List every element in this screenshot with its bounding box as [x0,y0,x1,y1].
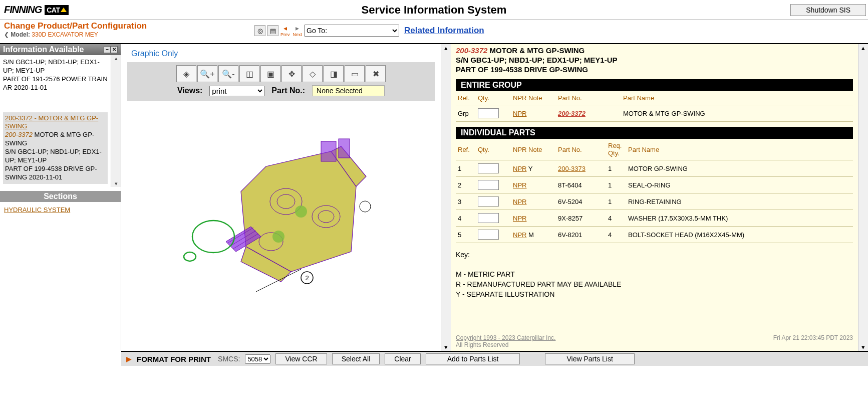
minimize-icon[interactable]: – [104,46,111,53]
svg-rect-8 [321,141,336,161]
npr-link[interactable]: NPR [513,215,526,222]
ref-cell: 3 [456,193,476,210]
change-config-link[interactable]: Change Product/Part Configuration [4,21,244,31]
grp-part-link[interactable]: 200-3372 [558,110,586,117]
entire-group-header: ENTIRE GROUP [456,79,853,91]
scroll-down-icon[interactable]: ▾ [115,180,118,187]
block2-sn: S/N GBC1-UP; NBD1-UP; EDX1-UP; MEY1-UP [5,148,106,165]
document-icon[interactable]: ▤ [267,25,278,36]
parts-pane: 200-3372 MOTOR & MTG GP-SWING S/N GBC1-U… [451,44,868,351]
table-row: 2 NPR 8T-6404 1 SEAL-O-RING [456,177,853,193]
prev-button[interactable]: ◂Prev [280,24,290,37]
mid-scrollbar[interactable]: ▴▾ [441,44,451,351]
add-to-parts-list-button[interactable]: Add to Parts List [426,353,520,364]
grp-npr-link[interactable]: NPR [513,110,526,117]
individual-parts-table: Ref. Qty. NPR Note Part No. Req. Qty. Pa… [456,139,853,243]
scroll-down-icon[interactable]: ▾ [861,343,865,351]
npr-link[interactable]: NPR [513,165,526,172]
related-information-link[interactable]: Related Information [404,26,484,36]
view-parts-list-button[interactable]: View Parts List [545,353,634,364]
globe-icon[interactable]: ◎ [254,25,265,36]
shutdown-button[interactable]: Shutdown SIS [790,4,866,16]
model-label: Model: [11,31,30,38]
block1-sn: S/N GBC1-UP; NBD1-UP; EDX1-UP; MEY1-UP [3,58,108,75]
copyright-link[interactable]: Copyright 1993 - 2023 Caterpillar Inc. [456,334,555,341]
scroll-up-icon[interactable]: ▴ [444,44,448,52]
rotate-icon[interactable]: ◇ [303,65,323,82]
block2-pnum: 200-3372 [5,131,33,138]
screen-icon[interactable]: ▭ [345,65,365,82]
col-npr: NPR Note [511,91,556,105]
smcs-label: SMCS: [218,355,240,363]
block1-partof: PART OF 191-2576 POWER TRAIN AR 2020-11-… [3,75,108,92]
qty-input[interactable] [478,213,499,223]
ref-cell: 4 [456,210,476,227]
col-partno: Part No. [556,139,606,160]
block2-link[interactable]: 200-3372 - MOTOR & MTG GP-SWING [5,114,98,130]
zoom-window-icon[interactable]: ◫ [239,65,259,82]
ref-cell: 2 [456,177,476,193]
qty-input[interactable] [478,180,499,190]
zoom-fit-icon[interactable]: ▣ [260,65,280,82]
scroll-down-icon[interactable]: ▾ [444,343,448,351]
part-number: 6V-8201 [558,231,582,239]
section-hydraulic-system[interactable]: HYDRAULIC SYSTEM [4,206,70,214]
graphic-only-link[interactable]: Graphic Only [121,44,441,62]
part-link[interactable]: 200-3373 [558,165,586,172]
right-scrollbar[interactable]: ▴▾ [858,44,868,351]
npr-link[interactable]: NPR [513,181,526,189]
views-label: Views: [177,86,202,95]
grp-part-name: MOTOR & MTG GP-SWING [621,105,853,122]
reqqty-cell: 4 [606,227,626,243]
svg-point-16 [295,206,307,218]
zoom-out-icon[interactable]: 🔍- [218,65,238,82]
reset-icon[interactable]: ◨ [324,65,344,82]
views-select[interactable]: print [209,86,264,96]
table-row: 4 NPR 9X-8257 4 WASHER (17.5X30X3.5-MM T… [456,210,853,227]
model-value[interactable]: 330D EXCAVATOR MEY [32,31,98,38]
view-ccr-button[interactable]: View CCR [275,353,327,364]
partname-cell: WASHER (17.5X30X3.5-MM THK) [626,210,853,227]
smcs-select[interactable]: 5058 [245,354,270,364]
qty-input[interactable] [478,163,499,173]
clear-button[interactable]: Clear [385,353,420,364]
pointer-icon[interactable]: ✖ [366,65,386,82]
key-block: Key: M - METRIC PART R - REMANUFACTURED … [456,250,853,299]
next-button[interactable]: ▸Next [293,24,303,37]
svg-text:2: 2 [305,274,309,282]
grp-qty-input[interactable] [478,108,499,118]
sections-header: Sections [0,191,121,202]
home-view-icon[interactable]: ◈ [176,65,196,82]
part-header: 200-3372 MOTOR & MTG GP-SWING S/N GBC1-U… [456,46,853,74]
svg-point-15 [184,252,196,261]
npr-note: M [526,231,533,239]
diagram-canvas[interactable]: 2 [121,101,441,312]
scroll-up-icon[interactable]: ▴ [861,44,865,52]
scroll-up-icon[interactable]: ▴ [115,55,118,62]
partname-cell: SEAL-O-RING [626,177,853,193]
goto-select[interactable]: Go To: [304,25,399,37]
close-icon[interactable]: ✕ [111,46,118,53]
cat-triangle-icon [61,8,67,12]
qty-input[interactable] [478,196,499,207]
pan-icon[interactable]: ✥ [281,65,302,82]
information-available-header: Information Available – ✕ [0,44,121,55]
table-row: 5 NPR M 6V-8201 4 BOLT-SOCKET HEAD (M16X… [456,227,853,243]
col-reqqty: Req. Qty. [606,139,626,160]
part-partof: PART OF 199-4538 DRIVE GP-SWING [456,65,588,74]
entire-group-table: Ref. Qty. NPR Note Part No. Part Name Gr… [456,91,853,122]
bottom-bar: ▶ FORMAT FOR PRINT SMCS: 5058 View CCR S… [121,351,868,366]
npr-link[interactable]: NPR [513,231,526,239]
left-scrollbar[interactable]: ▴▾ [111,55,121,187]
qty-input[interactable] [478,230,499,240]
info-block-2-selected[interactable]: 200-3372 - MOTOR & MTG GP-SWING 200-3372… [3,112,108,184]
select-all-button[interactable]: Select All [332,353,380,364]
partname-cell: MOTOR GP-SWING [626,160,853,177]
format-for-print[interactable]: FORMAT FOR PRINT [137,355,211,363]
ref-cell: 5 [456,227,476,243]
col-npr: NPR Note [511,139,556,160]
svg-point-21 [360,201,371,212]
svg-point-17 [272,231,284,243]
zoom-in-icon[interactable]: 🔍+ [197,65,217,82]
npr-link[interactable]: NPR [513,198,526,206]
